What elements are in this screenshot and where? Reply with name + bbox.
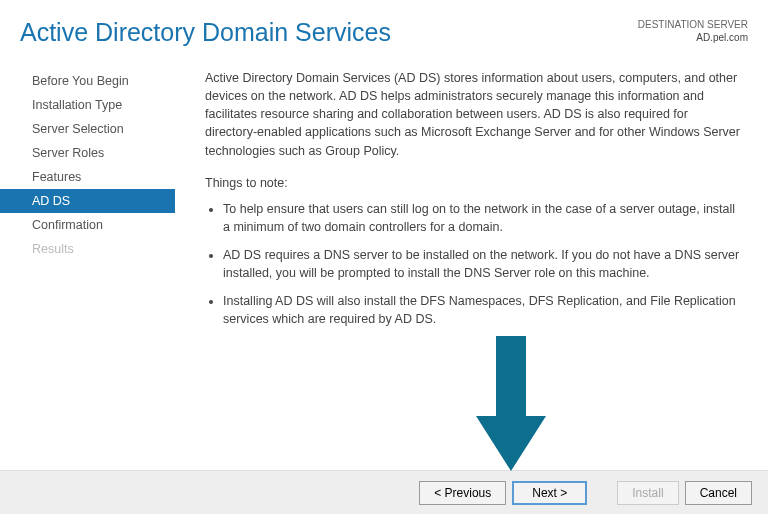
svg-marker-1 xyxy=(476,416,546,471)
note-item: To help ensure that users can still log … xyxy=(223,200,740,236)
intro-text: Active Directory Domain Services (AD DS)… xyxy=(205,69,740,160)
main-content: Active Directory Domain Services (AD DS)… xyxy=(175,63,768,339)
destination-server-label: DESTINATION SERVER xyxy=(638,18,748,31)
sidebar-item-server-selection[interactable]: Server Selection xyxy=(0,117,175,141)
sidebar-item-confirmation[interactable]: Confirmation xyxy=(0,213,175,237)
wizard-footer: < Previous Next > Install Cancel xyxy=(0,470,768,514)
destination-server-name: AD.pel.com xyxy=(638,31,748,44)
sidebar-item-installation-type[interactable]: Installation Type xyxy=(0,93,175,117)
next-button[interactable]: Next > xyxy=(512,481,587,505)
notes-list: To help ensure that users can still log … xyxy=(205,200,740,329)
cancel-button[interactable]: Cancel xyxy=(685,481,752,505)
notes-heading: Things to note: xyxy=(205,174,740,192)
annotation-arrow-icon xyxy=(456,336,566,476)
install-button: Install xyxy=(617,481,678,505)
sidebar-item-features[interactable]: Features xyxy=(0,165,175,189)
note-item: AD DS requires a DNS server to be instal… xyxy=(223,246,740,282)
page-title: Active Directory Domain Services xyxy=(20,18,391,47)
sidebar-item-before-you-begin[interactable]: Before You Begin xyxy=(0,69,175,93)
sidebar-item-ad-ds[interactable]: AD DS xyxy=(0,189,175,213)
wizard-sidebar: Before You Begin Installation Type Serve… xyxy=(0,63,175,339)
note-item: Installing AD DS will also install the D… xyxy=(223,292,740,328)
sidebar-item-results: Results xyxy=(0,237,175,261)
destination-server-block: DESTINATION SERVER AD.pel.com xyxy=(638,18,748,44)
sidebar-item-server-roles[interactable]: Server Roles xyxy=(0,141,175,165)
previous-button[interactable]: < Previous xyxy=(419,481,506,505)
svg-rect-0 xyxy=(496,336,526,416)
